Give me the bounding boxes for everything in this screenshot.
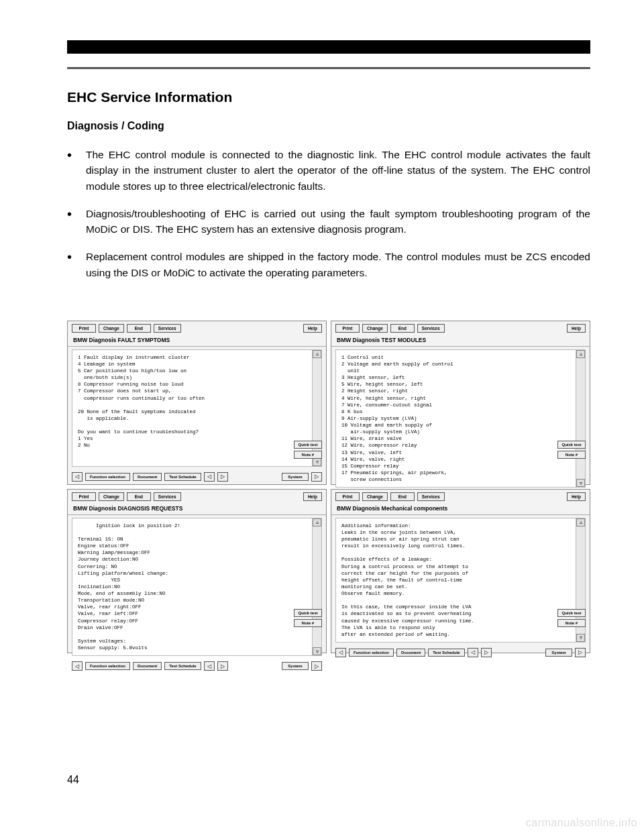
dis-panel-fault-symptoms: Print Change End Services Help BMW Diagn… — [67, 321, 327, 485]
dis-body: Additional information: Leaks in the scr… — [335, 518, 586, 643]
document-button[interactable]: Document — [133, 662, 162, 670]
test-schedule-button[interactable]: Test Schedule — [164, 473, 201, 481]
next-arrow-icon[interactable]: ▷ — [575, 648, 586, 657]
next-arrow-icon[interactable]: ▷ — [311, 472, 322, 482]
change-button[interactable]: Change — [362, 492, 388, 501]
dis-body: 1 Fault display in instrument cluster 4 … — [72, 349, 322, 467]
dis-side-buttons: Quick test Note # — [294, 441, 322, 459]
services-button[interactable]: Services — [417, 324, 445, 333]
function-selection-button[interactable]: Function selection — [349, 649, 394, 657]
scroll-up-icon[interactable]: ▵ — [576, 350, 585, 358]
end-button[interactable]: End — [390, 492, 415, 501]
page-number: 44 — [67, 774, 79, 786]
prev-arrow-icon[interactable]: ◁ — [335, 648, 346, 657]
bullet-text: The EHC control module is connected to t… — [86, 147, 590, 194]
quick-test-button[interactable]: Quick test — [294, 609, 322, 617]
note-button[interactable]: Note # — [557, 619, 586, 627]
right-arrow-icon[interactable]: ▷ — [481, 648, 492, 657]
print-button[interactable]: Print — [335, 324, 360, 333]
scroll-up-icon[interactable]: ▵ — [576, 518, 585, 526]
left-arrow-icon[interactable]: ◁ — [204, 661, 215, 671]
scroll-up-icon[interactable]: ▵ — [313, 350, 321, 358]
services-button[interactable]: Services — [154, 324, 181, 333]
dis-panel-diagnosis-requests: Print Change End Services Help BMW Diagn… — [67, 489, 327, 653]
change-button[interactable]: Change — [362, 324, 388, 333]
dis-top-toolbar: Print Change End Services Help — [331, 490, 590, 504]
scroll-down-icon[interactable]: ▿ — [313, 458, 321, 466]
bullet-item: • Diagnosis/troubleshooting of EHC is ca… — [67, 206, 590, 237]
next-arrow-icon[interactable]: ▷ — [311, 661, 322, 671]
function-selection-button[interactable]: Function selection — [85, 662, 130, 670]
end-button[interactable]: End — [390, 324, 415, 333]
end-button[interactable]: End — [127, 492, 151, 501]
dis-content: Ignition lock in position 2! Terminal 15… — [72, 518, 312, 655]
scroll-down-icon[interactable]: ▿ — [576, 479, 585, 487]
dis-top-toolbar: Print Change End Services Help — [331, 321, 590, 335]
bullet-text: Diagnosis/troubleshooting of EHC is carr… — [86, 206, 590, 237]
system-button[interactable]: System — [282, 473, 309, 481]
dis-bottom-toolbar: ◁ Function selection Document Test Sched… — [331, 645, 590, 660]
scrollbar[interactable]: ▵ ▿ — [576, 350, 585, 487]
prev-arrow-icon[interactable]: ◁ — [72, 472, 83, 482]
right-arrow-icon[interactable]: ▷ — [217, 472, 228, 482]
quick-test-button[interactable]: Quick test — [557, 441, 586, 449]
dis-content: 1 Control unit 2 Voltage and earth suppl… — [336, 350, 576, 487]
system-button[interactable]: System — [545, 649, 572, 657]
quick-test-button[interactable]: Quick test — [294, 441, 322, 449]
dis-content: Additional information: Leaks in the scr… — [336, 518, 576, 642]
bullet-item: • Replacement control modules are shippe… — [67, 249, 590, 280]
scroll-down-icon[interactable]: ▿ — [576, 634, 585, 642]
note-button[interactable]: Note # — [294, 451, 322, 459]
dis-body: 1 Control unit 2 Voltage and earth suppl… — [335, 349, 586, 488]
end-button[interactable]: End — [127, 324, 151, 333]
page-title: EHC Service Information — [67, 89, 590, 105]
services-button[interactable]: Services — [154, 492, 181, 501]
scrollbar[interactable]: ▵ ▿ — [312, 518, 321, 655]
change-button[interactable]: Change — [99, 492, 124, 501]
left-arrow-icon[interactable]: ◁ — [468, 648, 478, 657]
system-button[interactable]: System — [282, 662, 309, 670]
bullet-item: • The EHC control module is connected to… — [67, 147, 590, 194]
dis-bottom-toolbar: ◁ Function selection Document Test Sched… — [68, 659, 326, 673]
screenshots-grid: Print Change End Services Help BMW Diagn… — [67, 321, 590, 653]
scroll-down-icon[interactable]: ▿ — [313, 647, 321, 655]
dis-content: 1 Fault display in instrument cluster 4 … — [72, 350, 312, 466]
dis-bottom-toolbar: ◁ Function selection Document Test Sched… — [68, 469, 326, 484]
help-button[interactable]: Help — [567, 324, 586, 333]
bullet-text: Replacement control modules are shipped … — [86, 249, 590, 280]
print-button[interactable]: Print — [335, 492, 360, 501]
prev-arrow-icon[interactable]: ◁ — [72, 661, 83, 671]
document-button[interactable]: Document — [396, 649, 425, 657]
function-selection-button[interactable]: Function selection — [85, 473, 130, 481]
bullet-list: • The EHC control module is connected to… — [67, 147, 590, 280]
dis-panel-title: BMW Diagnosis TEST MODULES — [331, 335, 590, 347]
print-button[interactable]: Print — [72, 324, 96, 333]
dis-panel-title: BMW Diagnosis DIAGNOSIS REQUESTS — [68, 504, 326, 515]
document-button[interactable]: Document — [133, 473, 162, 481]
help-button[interactable]: Help — [303, 492, 322, 501]
print-button[interactable]: Print — [72, 492, 96, 501]
dis-panel-title: BMW Diagnosis Mechanical components — [331, 504, 590, 515]
dis-body: Ignition lock in position 2! Terminal 15… — [72, 518, 322, 656]
dis-panel-title: BMW Diagnosis FAULT SYMPTOMS — [68, 335, 326, 347]
section-subtitle: Diagnosis / Coding — [67, 120, 590, 132]
bullet-dot: • — [67, 147, 86, 194]
note-button[interactable]: Note # — [294, 619, 322, 627]
bullet-dot: • — [67, 249, 86, 280]
right-arrow-icon[interactable]: ▷ — [217, 661, 228, 671]
scroll-up-icon[interactable]: ▵ — [313, 518, 321, 526]
services-button[interactable]: Services — [417, 492, 445, 501]
change-button[interactable]: Change — [99, 324, 124, 333]
dis-side-buttons: Quick test Note # — [557, 609, 586, 627]
left-arrow-icon[interactable]: ◁ — [204, 472, 215, 482]
test-schedule-button[interactable]: Test Schedule — [164, 662, 201, 670]
dis-panel-test-modules: Print Change End Services Help BMW Diagn… — [331, 321, 590, 485]
test-schedule-button[interactable]: Test Schedule — [428, 649, 464, 657]
help-button[interactable]: Help — [303, 324, 322, 333]
help-button[interactable]: Help — [567, 492, 586, 501]
dis-side-buttons: Quick test Note # — [294, 609, 322, 627]
quick-test-button[interactable]: Quick test — [557, 609, 586, 617]
header-divider — [67, 67, 590, 69]
note-button[interactable]: Note # — [557, 451, 586, 459]
header-blackbar — [67, 40, 590, 54]
